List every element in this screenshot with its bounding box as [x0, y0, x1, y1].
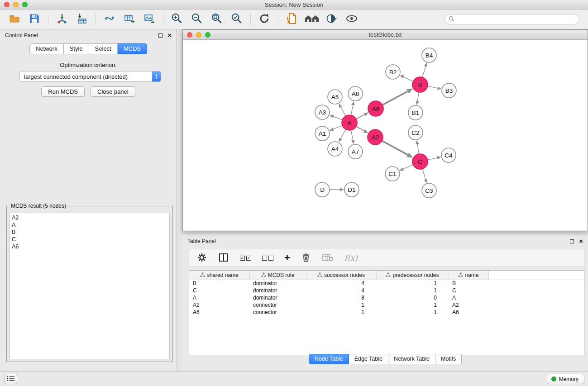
- column-header[interactable]: MCDS role: [249, 271, 306, 280]
- graph-node-C3[interactable]: C3: [422, 183, 436, 198]
- graph-node-A5[interactable]: A5: [328, 90, 342, 104]
- select-all-button[interactable]: ✓✓: [240, 251, 251, 265]
- graph-node-A8[interactable]: A8: [348, 86, 363, 101]
- graph-edge-B-B1[interactable]: [417, 92, 419, 101]
- table-cell[interactable]: 0: [376, 294, 449, 301]
- graph-node-C2[interactable]: C2: [408, 125, 423, 140]
- graph-node-A3[interactable]: A3: [315, 105, 330, 119]
- tab-edge-table[interactable]: Edge Table: [349, 354, 388, 364]
- zoom-window-button[interactable]: [22, 2, 28, 7]
- table-row[interactable]: Adominator80A: [189, 294, 584, 301]
- graph-edge-A-A3[interactable]: [333, 116, 342, 120]
- apply-layout-button[interactable]: [256, 11, 272, 28]
- column-header[interactable]: name: [449, 271, 488, 280]
- optimization-criterion-select[interactable]: largest connected component (directed) ▲…: [19, 71, 161, 82]
- zoom-fit-button[interactable]: [209, 11, 225, 28]
- graph-node-A7[interactable]: A7: [348, 144, 363, 159]
- mcds-result-list[interactable]: A2ABCA6: [10, 213, 170, 359]
- network-canvas-svg[interactable]: B4B2BB3A5A8A6B1A3AC2A1A2A4A7C4CC1C3DD1: [183, 40, 588, 231]
- network-window-titlebar[interactable]: testGlobe.txt: [183, 30, 588, 40]
- show-columns-button[interactable]: [218, 251, 229, 265]
- apply-function-button[interactable]: f(x): [344, 251, 358, 265]
- table-cell[interactable]: dominator: [249, 287, 306, 294]
- export-image-button[interactable]: [141, 11, 158, 28]
- close-window-button[interactable]: [4, 2, 10, 7]
- graph-edge-B-B3[interactable]: [428, 86, 438, 88]
- table-cell[interactable]: 1: [306, 309, 376, 316]
- task-history-button[interactable]: [5, 374, 17, 384]
- graph-edge-A-A4[interactable]: [340, 129, 345, 139]
- mcds-result-item[interactable]: C: [12, 236, 167, 243]
- column-header[interactable]: predecessor nodes: [376, 271, 449, 280]
- tab-network-table[interactable]: Network Table: [388, 354, 435, 364]
- table-row[interactable]: A6connector11A6: [189, 309, 584, 316]
- memory-button[interactable]: Memory: [547, 374, 584, 384]
- render-mode-button[interactable]: [324, 11, 340, 28]
- node-table[interactable]: shared nameMCDS rolesuccessor nodesprede…: [189, 270, 584, 355]
- network-zoom-button[interactable]: [205, 32, 210, 38]
- minimize-window-button[interactable]: [13, 2, 19, 7]
- table-cell[interactable]: B: [449, 280, 488, 287]
- table-cell[interactable]: A2: [449, 301, 488, 309]
- zoom-out-button[interactable]: [189, 11, 205, 28]
- table-settings-button[interactable]: [196, 251, 207, 265]
- graph-node-C[interactable]: C: [412, 154, 428, 169]
- tab-node-table[interactable]: Node Table: [309, 354, 349, 364]
- close-panel-icon[interactable]: ×: [167, 33, 172, 38]
- import-network-button[interactable]: [54, 11, 70, 28]
- mcds-result-item[interactable]: A6: [12, 243, 167, 250]
- search-input[interactable]: [457, 16, 575, 23]
- delete-table-button[interactable]: [322, 251, 334, 265]
- table-cell[interactable]: 4: [306, 287, 376, 294]
- table-cell[interactable]: 8: [306, 294, 376, 301]
- graph-edge-B-B4[interactable]: [422, 67, 425, 77]
- table-cell[interactable]: B: [189, 280, 249, 287]
- graph-edge-A-A6[interactable]: [356, 114, 364, 119]
- graph-edge-A2-C[interactable]: [382, 141, 408, 155]
- table-row[interactable]: A2connector11A2: [189, 301, 584, 309]
- network-canvas[interactable]: B4B2BB3A5A8A6B1A3AC2A1A2A4A7C4CC1C3DD1: [183, 40, 587, 230]
- tab-mcds[interactable]: MCDS: [118, 43, 147, 54]
- graph-node-A2[interactable]: A2: [368, 129, 383, 145]
- zoom-in-button[interactable]: [169, 11, 185, 28]
- deselect-all-button[interactable]: [262, 251, 273, 265]
- graph-edge-C-C3[interactable]: [422, 169, 425, 179]
- table-row[interactable]: Cdominator41C: [189, 287, 584, 294]
- float-table-panel-icon[interactable]: [570, 239, 574, 243]
- network-view-window[interactable]: testGlobe.txt B4B2BB3A5A8A6B1A3AC2A1A2A4…: [182, 29, 588, 231]
- graph-node-B4[interactable]: B4: [422, 48, 436, 62]
- table-cell[interactable]: A: [449, 294, 488, 301]
- graph-edge-B-B2[interactable]: [403, 77, 413, 81]
- mcds-result-item[interactable]: A2: [12, 214, 167, 221]
- run-mcds-button[interactable]: Run MCDS: [41, 86, 85, 97]
- delete-row-button[interactable]: [301, 251, 311, 265]
- tab-motifs[interactable]: Motifs: [435, 354, 462, 364]
- graph-edge-A-A2[interactable]: [356, 126, 364, 131]
- graph-edge-A-A5[interactable]: [341, 107, 346, 116]
- graph-edge-C-C1[interactable]: [403, 165, 413, 169]
- table-cell[interactable]: C: [189, 287, 249, 294]
- table-cell[interactable]: connector: [249, 309, 306, 316]
- float-panel-icon[interactable]: [158, 33, 163, 38]
- network-minimize-button[interactable]: [196, 32, 201, 38]
- graph-node-A4[interactable]: A4: [328, 142, 342, 156]
- graph-node-B2[interactable]: B2: [386, 65, 400, 79]
- graph-node-C4[interactable]: C4: [441, 148, 456, 162]
- table-cell[interactable]: dominator: [249, 294, 306, 301]
- column-header[interactable]: successor nodes: [306, 271, 376, 280]
- mcds-result-item[interactable]: A: [12, 221, 167, 229]
- graph-node-D1[interactable]: D1: [344, 182, 359, 197]
- zoom-selected-button[interactable]: [229, 11, 245, 28]
- show-hide-button[interactable]: [344, 11, 360, 28]
- table-cell[interactable]: C: [449, 287, 488, 294]
- graph-node-B1[interactable]: B1: [408, 105, 423, 120]
- table-cell[interactable]: dominator: [249, 280, 306, 287]
- close-panel-button[interactable]: Close panel: [91, 86, 135, 97]
- table-row[interactable]: Bdominator41B: [189, 280, 584, 287]
- table-cell[interactable]: connector: [249, 301, 306, 309]
- graph-node-A6[interactable]: A6: [368, 101, 383, 116]
- tab-style[interactable]: Style: [64, 43, 89, 54]
- graph-edge-A-A8[interactable]: [351, 105, 353, 115]
- table-cell[interactable]: 4: [306, 280, 376, 287]
- mcds-result-item[interactable]: B: [12, 229, 167, 236]
